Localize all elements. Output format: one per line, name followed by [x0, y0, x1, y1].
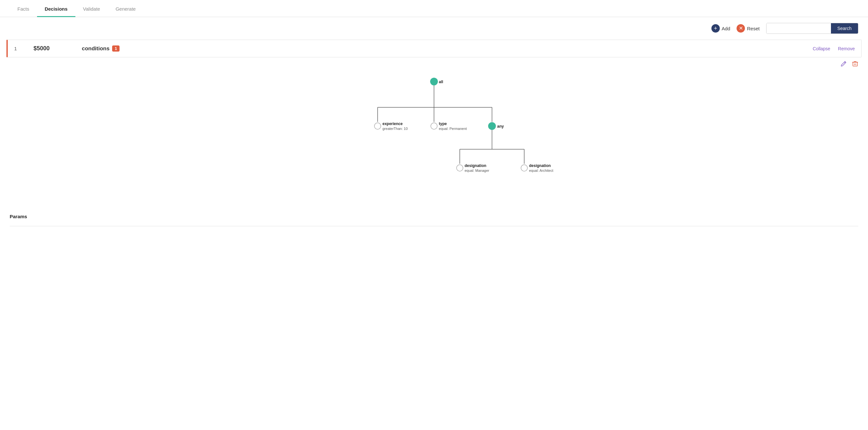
reset-button[interactable]: ✕ Reset: [737, 24, 760, 33]
add-label: Add: [722, 26, 731, 31]
params-section: Params: [0, 204, 868, 233]
decision-value: $5000: [33, 45, 72, 52]
tab-generate[interactable]: Generate: [108, 0, 144, 17]
any-node-label: any: [497, 124, 504, 129]
delete-tree-button[interactable]: [852, 61, 858, 69]
designation1-node-label: designation: [465, 163, 486, 168]
any-node[interactable]: [488, 122, 496, 130]
conditions-count-badge: 1: [112, 45, 120, 52]
experience-node[interactable]: [374, 123, 381, 129]
all-node-label: all: [439, 80, 443, 84]
collapse-button[interactable]: Collapse: [813, 46, 830, 51]
tab-facts[interactable]: Facts: [10, 0, 37, 17]
reset-label: Reset: [747, 26, 760, 31]
type-node[interactable]: [431, 123, 437, 129]
svg-rect-0: [853, 62, 857, 66]
add-icon: +: [711, 24, 720, 33]
search-input[interactable]: [767, 23, 831, 33]
decision-row: 1 $5000 conditions 1 Collapse Remove: [6, 40, 862, 57]
designation2-node-sublabel: equal: Architect: [529, 168, 553, 173]
type-node-sublabel: equal: Permanent: [439, 127, 467, 130]
conditions-label: conditions: [82, 45, 110, 52]
decision-number: 1: [14, 46, 24, 51]
reset-icon: ✕: [737, 24, 745, 33]
tree-diagram: all experience greaterThan: 10 type equa…: [0, 69, 868, 204]
designation2-node[interactable]: [521, 165, 527, 171]
tabs-bar: Facts Decisions Validate Generate: [0, 0, 868, 17]
tab-validate[interactable]: Validate: [75, 0, 108, 17]
tree-toolbar: [0, 57, 868, 69]
designation1-node-sublabel: equal: Manager: [465, 168, 489, 173]
remove-button[interactable]: Remove: [838, 46, 855, 51]
toolbar: + Add ✕ Reset Search: [0, 17, 868, 40]
params-title: Params: [10, 214, 27, 219]
experience-node-sublabel: greaterThan: 10: [382, 127, 408, 130]
search-button[interactable]: Search: [831, 23, 858, 33]
tab-decisions[interactable]: Decisions: [37, 0, 75, 17]
designation1-node[interactable]: [457, 165, 463, 171]
experience-node-label: experience: [382, 122, 403, 126]
search-box: Search: [766, 23, 858, 34]
all-node[interactable]: [430, 78, 438, 85]
type-node-label: type: [439, 122, 447, 126]
decision-actions: Collapse Remove: [813, 46, 855, 51]
add-button[interactable]: + Add: [711, 24, 731, 33]
edit-tree-button[interactable]: [840, 61, 847, 69]
designation2-node-label: designation: [529, 163, 551, 168]
conditions-badge: conditions 1: [82, 45, 803, 52]
